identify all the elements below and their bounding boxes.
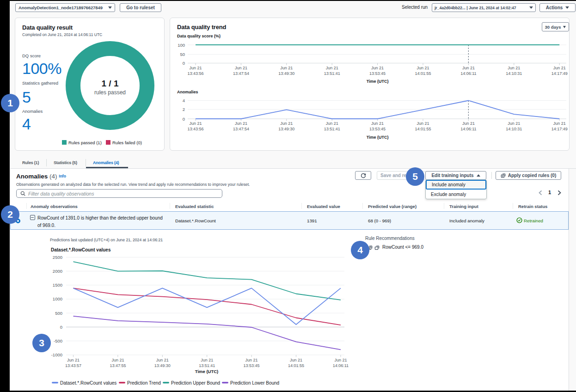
svg-text:Jun 21: Jun 21 xyxy=(280,121,293,126)
svg-text:-500: -500 xyxy=(54,338,62,343)
svg-text:Jun 21: Jun 21 xyxy=(371,121,384,126)
svg-text:-1000: -1000 xyxy=(51,352,62,357)
svg-text:Time (UTC): Time (UTC) xyxy=(367,79,389,84)
svg-text:100: 100 xyxy=(178,43,185,48)
svg-text:Jun 21: Jun 21 xyxy=(508,121,520,126)
svg-text:13:49:30: 13:49:30 xyxy=(278,127,294,131)
svg-text:1000: 1000 xyxy=(53,296,62,301)
svg-text:2: 2 xyxy=(183,107,185,112)
svg-text:Jun 21: Jun 21 xyxy=(462,121,475,126)
svg-text:14:10:31: 14:10:31 xyxy=(506,71,522,76)
svg-text:14:17:49: 14:17:49 xyxy=(551,127,568,131)
svg-text:13:53:45: 13:53:45 xyxy=(369,127,386,131)
svg-text:0: 0 xyxy=(183,61,185,66)
svg-text:Jun 21: Jun 21 xyxy=(156,358,169,362)
svg-text:Jun 21: Jun 21 xyxy=(417,66,429,70)
svg-text:13:49:30: 13:49:30 xyxy=(154,363,171,368)
svg-text:Jun 21: Jun 21 xyxy=(189,121,202,126)
svg-text:13:43:56: 13:43:56 xyxy=(187,71,203,76)
svg-text:13:47:55: 13:47:55 xyxy=(110,363,126,368)
svg-text:14:06:11: 14:06:11 xyxy=(460,71,476,76)
svg-text:Jun 21: Jun 21 xyxy=(334,358,347,362)
svg-text:Jun 21: Jun 21 xyxy=(326,121,338,126)
svg-text:Jun 21: Jun 21 xyxy=(111,358,124,362)
svg-text:13:43:56: 13:43:56 xyxy=(187,127,203,131)
svg-text:Jun 21: Jun 21 xyxy=(201,358,213,362)
svg-text:50: 50 xyxy=(180,52,185,57)
svg-text:13:53:45: 13:53:45 xyxy=(244,363,260,368)
svg-text:Jun 21: Jun 21 xyxy=(417,121,429,126)
svg-text:13:53:45: 13:53:45 xyxy=(369,71,386,76)
svg-text:13:47:54: 13:47:54 xyxy=(233,71,249,76)
svg-text:14:06:11: 14:06:11 xyxy=(333,363,349,368)
svg-text:Prediction Upper Bound: Prediction Upper Bound xyxy=(171,380,220,386)
svg-text:2000: 2000 xyxy=(53,269,62,274)
svg-text:Jun 21: Jun 21 xyxy=(553,121,566,126)
svg-text:4: 4 xyxy=(183,98,185,103)
svg-text:Time (UTC): Time (UTC) xyxy=(195,369,219,374)
svg-text:Jun 21: Jun 21 xyxy=(280,66,293,70)
svg-text:Jun 21: Jun 21 xyxy=(462,66,475,70)
svg-text:Prediction Trend: Prediction Trend xyxy=(127,380,161,386)
svg-text:500: 500 xyxy=(55,311,62,316)
svg-text:Jun 21: Jun 21 xyxy=(235,121,247,126)
svg-text:0: 0 xyxy=(60,325,62,330)
svg-text:14:06:11: 14:06:11 xyxy=(460,127,476,131)
svg-text:Jun 21: Jun 21 xyxy=(553,66,566,70)
svg-text:Prediction Lower Bound: Prediction Lower Bound xyxy=(230,380,279,386)
svg-text:Jun 21: Jun 21 xyxy=(371,66,384,70)
svg-text:Jun 21: Jun 21 xyxy=(67,358,80,362)
svg-text:Jun 21: Jun 21 xyxy=(326,66,338,70)
svg-text:13:51:41: 13:51:41 xyxy=(324,127,340,131)
svg-text:Jun 21: Jun 21 xyxy=(290,358,302,362)
svg-text:Dataset.*.RowCount values: Dataset.*.RowCount values xyxy=(60,380,116,386)
svg-text:14:01:55: 14:01:55 xyxy=(415,127,431,131)
svg-text:14:17:49: 14:17:49 xyxy=(551,71,568,76)
svg-text:14:01:55: 14:01:55 xyxy=(415,71,431,76)
svg-text:Jun 21: Jun 21 xyxy=(235,66,247,70)
svg-text:13:49:30: 13:49:30 xyxy=(278,71,294,76)
svg-text:14:01:55: 14:01:55 xyxy=(288,363,304,368)
svg-text:13:47:54: 13:47:54 xyxy=(233,127,249,131)
svg-text:0: 0 xyxy=(183,116,185,122)
svg-text:13:51:41: 13:51:41 xyxy=(199,363,215,368)
svg-text:Jun 21: Jun 21 xyxy=(189,66,202,70)
svg-text:1500: 1500 xyxy=(53,282,62,288)
svg-text:14:10:31: 14:10:31 xyxy=(506,127,522,131)
svg-text:Time (UTC): Time (UTC) xyxy=(367,135,389,140)
svg-text:13:51:41: 13:51:41 xyxy=(324,71,340,76)
svg-text:2500: 2500 xyxy=(53,255,62,260)
svg-text:Jun 21: Jun 21 xyxy=(508,66,520,70)
svg-text:Jun 21: Jun 21 xyxy=(245,358,258,362)
svg-text:13:43:57: 13:43:57 xyxy=(65,363,81,368)
